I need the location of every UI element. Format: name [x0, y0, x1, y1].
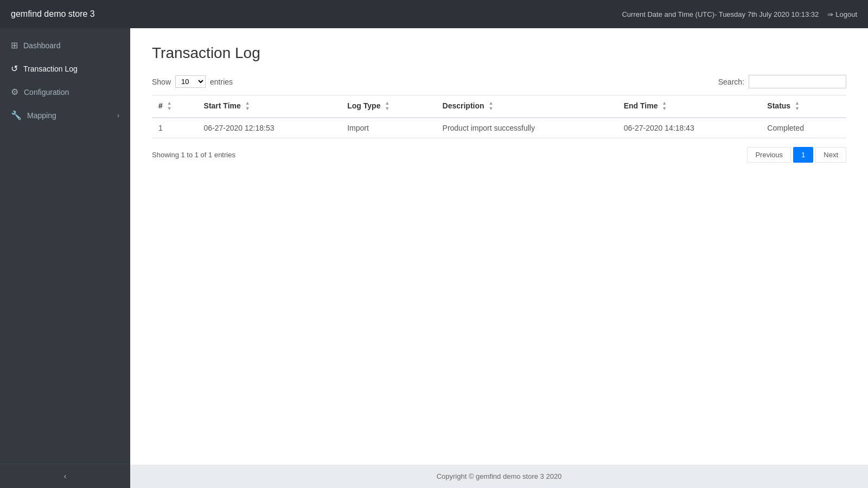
- cell-num: 1: [152, 118, 197, 138]
- configuration-icon: ⚙: [11, 87, 18, 97]
- col-start-time[interactable]: Start Time ▲▼: [197, 95, 341, 118]
- entries-select[interactable]: 10 25 50 100: [175, 75, 206, 88]
- sidebar-item-label: Mapping: [27, 111, 56, 120]
- sidebar-item-dashboard[interactable]: ⊞ Dashboard: [0, 34, 130, 57]
- table-header-row: # ▲▼ Start Time ▲▼ Log Type ▲▼ Descrip: [152, 95, 846, 118]
- sort-icon: ▲▼: [795, 101, 800, 112]
- col-status[interactable]: Status ▲▼: [761, 95, 846, 118]
- topbar: gemfind demo store 3 Current Date and Ti…: [0, 0, 868, 28]
- sidebar-collapse-button[interactable]: ‹: [0, 464, 130, 488]
- content-area: Transaction Log Show 10 25 50 100 entrie…: [130, 28, 868, 488]
- sort-icon: ▲▼: [488, 101, 493, 112]
- sort-icon: ▲▼: [662, 101, 667, 112]
- cell-end_time: 06-27-2020 14:18:43: [617, 118, 761, 138]
- copyright-text: Copyright © gemfind demo store 3 2020: [437, 472, 562, 480]
- main-content: Transaction Log Show 10 25 50 100 entrie…: [130, 28, 868, 465]
- sidebar-item-configuration[interactable]: ⚙ Configuration: [0, 80, 130, 104]
- entries-label: entries: [210, 78, 233, 86]
- cell-start_time: 06-27-2020 12:18:53: [197, 118, 341, 138]
- datetime-label: Current Date and Time (UTC)- Tuesday 7th…: [622, 10, 819, 18]
- search-box: Search:: [718, 75, 846, 88]
- dashboard-icon: ⊞: [11, 40, 18, 50]
- mapping-icon: 🔧: [11, 110, 22, 120]
- data-table: # ▲▼ Start Time ▲▼ Log Type ▲▼ Descrip: [152, 95, 846, 138]
- brand-title: gemfind demo store 3: [11, 9, 95, 19]
- show-entries-control: Show 10 25 50 100 entries: [152, 75, 233, 88]
- logout-label: Logout: [835, 10, 857, 18]
- sidebar-item-label: Configuration: [24, 88, 69, 97]
- col-end-time[interactable]: End Time ▲▼: [617, 95, 761, 118]
- search-input[interactable]: [749, 75, 846, 88]
- sort-icon: ▲▼: [167, 101, 172, 112]
- logout-icon: ⇒: [827, 10, 833, 18]
- sidebar-item-transaction-log[interactable]: ↺ Transaction Log: [0, 57, 130, 80]
- col-num[interactable]: # ▲▼: [152, 95, 197, 118]
- cell-status: Completed: [761, 118, 846, 138]
- logout-button[interactable]: ⇒ Logout: [827, 10, 857, 18]
- sidebar-item-label: Transaction Log: [23, 65, 78, 73]
- table-controls-bottom: Showing 1 to 1 of 1 entries Previous 1 N…: [152, 147, 846, 163]
- layout: ⊞ Dashboard ↺ Transaction Log ⚙ Configur…: [0, 28, 868, 488]
- collapse-icon: ‹: [64, 472, 67, 480]
- sort-icon: ▲▼: [245, 101, 250, 112]
- table-row: 106-27-2020 12:18:53ImportProduct import…: [152, 118, 846, 138]
- col-description[interactable]: Description ▲▼: [436, 95, 617, 118]
- transaction-log-icon: ↺: [11, 63, 18, 74]
- footer: Copyright © gemfind demo store 3 2020: [130, 465, 868, 488]
- sort-icon: ▲▼: [385, 101, 390, 112]
- page-title: Transaction Log: [152, 44, 846, 62]
- col-log-type[interactable]: Log Type ▲▼: [341, 95, 436, 118]
- cell-description: Product import successfully: [436, 118, 617, 138]
- topbar-right: Current Date and Time (UTC)- Tuesday 7th…: [622, 10, 857, 18]
- search-label: Search:: [718, 78, 744, 86]
- sidebar-item-mapping[interactable]: 🔧 Mapping ›: [0, 104, 130, 127]
- showing-info: Showing 1 to 1 of 1 entries: [152, 151, 235, 159]
- page-1-button[interactable]: 1: [793, 147, 813, 163]
- next-button[interactable]: Next: [815, 147, 846, 163]
- sidebar-nav: ⊞ Dashboard ↺ Transaction Log ⚙ Configur…: [0, 28, 130, 127]
- sidebar: ⊞ Dashboard ↺ Transaction Log ⚙ Configur…: [0, 28, 130, 488]
- pagination: Previous 1 Next: [747, 147, 846, 163]
- sidebar-item-label: Dashboard: [23, 41, 61, 50]
- chevron-right-icon: ›: [117, 112, 119, 119]
- cell-log_type: Import: [341, 118, 436, 138]
- show-label: Show: [152, 78, 171, 86]
- previous-button[interactable]: Previous: [747, 147, 791, 163]
- table-controls-top: Show 10 25 50 100 entries Search:: [152, 75, 846, 88]
